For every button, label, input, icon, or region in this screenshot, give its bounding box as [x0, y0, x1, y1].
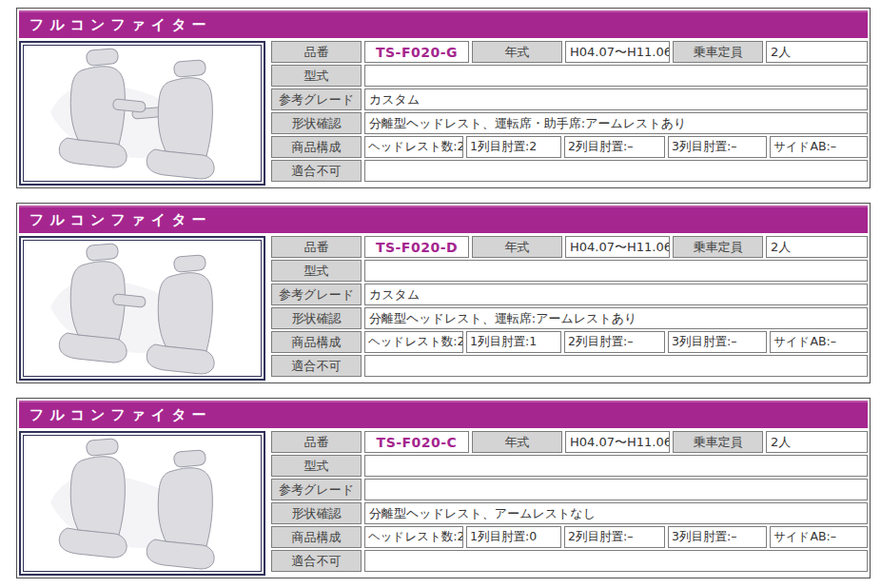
model-label: 型式 [271, 455, 362, 477]
table-row: 参考グレード カスタム [271, 284, 868, 305]
table-row: 品番 TS-F020-G 年式 H04.07〜H11.06 乗車定員 2人 [271, 41, 868, 63]
product-image-frame [19, 431, 265, 576]
grade-label: 参考グレード [271, 88, 362, 110]
table-row: 適合不可 [271, 355, 868, 377]
table-row: 型式 [271, 455, 868, 477]
composition-label: 商品構成 [271, 136, 362, 158]
headrest-count: ヘッドレスト数:2 [364, 331, 463, 353]
table-row: 型式 [271, 65, 868, 87]
section-title: フルコンファイター [19, 10, 868, 38]
capacity-label: 乗車定員 [673, 431, 763, 453]
row3-armrest: 3列目肘置:– [668, 526, 767, 548]
seat-illustration [23, 435, 262, 572]
part-number-value: TS-F020-C [364, 431, 469, 453]
spec-table: 品番 TS-F020-C 年式 H04.07〜H11.06 乗車定員 2人 型式… [271, 431, 868, 572]
row1-armrest: 1列目肘置:2 [466, 136, 561, 158]
row2-armrest: 2列目肘置:– [564, 331, 665, 353]
year-label: 年式 [472, 41, 562, 63]
row1-armrest: 1列目肘置:0 [466, 526, 561, 548]
part-number-label: 品番 [271, 236, 362, 258]
seat-illustration-svg [24, 436, 261, 571]
product-image-frame [19, 41, 265, 186]
shape-value: 分離型ヘッドレスト、アームレストなし [364, 502, 868, 524]
table-row: 商品構成 ヘッドレスト数:2 1列目肘置:0 2列目肘置:– 3列目肘置:– サ… [271, 526, 868, 548]
part-number-value: TS-F020-D [364, 236, 469, 258]
incompatible-value [364, 160, 868, 182]
section-title: フルコンファイター [19, 206, 868, 233]
year-value: H04.07〜H11.06 [565, 431, 670, 453]
year-value: H04.07〜H11.06 [565, 236, 670, 258]
row3-armrest: 3列目肘置:– [668, 136, 767, 158]
section-title: フルコンファイター [19, 401, 868, 428]
part-number-value: TS-F020-G [364, 41, 469, 63]
headrest-count: ヘッドレスト数:2 [364, 526, 463, 548]
product-section: フルコンファイター [16, 203, 871, 383]
capacity-value: 2人 [766, 236, 868, 258]
incompatible-label: 適合不可 [271, 355, 362, 377]
capacity-label: 乗車定員 [673, 236, 763, 258]
seat-illustration [23, 45, 262, 182]
table-row: 適合不可 [271, 550, 868, 572]
year-label: 年式 [472, 431, 562, 453]
row2-armrest: 2列目肘置:– [564, 136, 665, 158]
capacity-value: 2人 [766, 41, 868, 63]
row2-armrest: 2列目肘置:– [564, 526, 665, 548]
product-section: フルコンファイター [16, 398, 871, 578]
grade-value: カスタム [364, 284, 868, 305]
part-number-label: 品番 [271, 431, 362, 453]
incompatible-value [364, 355, 868, 377]
seat-illustration-svg [24, 46, 261, 181]
table-row: 品番 TS-F020-D 年式 H04.07〜H11.06 乗車定員 2人 [271, 236, 868, 258]
table-row: 適合不可 [271, 160, 868, 182]
row1-armrest: 1列目肘置:1 [466, 331, 561, 353]
shape-label: 形状確認 [271, 502, 362, 524]
model-label: 型式 [271, 260, 362, 282]
table-row: 参考グレード [271, 479, 868, 500]
capacity-value: 2人 [766, 431, 868, 453]
model-value [364, 65, 868, 87]
product-spec-page: フルコンファイター [0, 0, 881, 588]
incompatible-value [364, 550, 868, 572]
side-airbag: サイドAB:– [770, 526, 868, 548]
year-value: H04.07〜H11.06 [565, 41, 670, 63]
capacity-label: 乗車定員 [673, 41, 763, 63]
table-row: 形状確認 分離型ヘッドレスト、運転席:アームレストあり [271, 307, 868, 329]
grade-label: 参考グレード [271, 284, 362, 305]
shape-label: 形状確認 [271, 307, 362, 329]
shape-label: 形状確認 [271, 112, 362, 134]
shape-value: 分離型ヘッドレスト、運転席:アームレストあり [364, 307, 868, 329]
composition-label: 商品構成 [271, 526, 362, 548]
spec-table: 品番 TS-F020-D 年式 H04.07〜H11.06 乗車定員 2人 型式… [271, 236, 868, 377]
table-row: 型式 [271, 260, 868, 282]
seat-illustration [23, 240, 262, 377]
composition-label: 商品構成 [271, 331, 362, 353]
table-row: 品番 TS-F020-C 年式 H04.07〜H11.06 乗車定員 2人 [271, 431, 868, 453]
side-airbag: サイドAB:– [770, 136, 868, 158]
table-row: 参考グレード カスタム [271, 88, 868, 110]
grade-value: カスタム [364, 88, 868, 110]
product-image-frame [19, 236, 265, 381]
model-value [364, 455, 868, 477]
grade-value [364, 479, 868, 500]
spec-table: 品番 TS-F020-G 年式 H04.07〜H11.06 乗車定員 2人 型式… [271, 41, 868, 182]
row3-armrest: 3列目肘置:– [668, 331, 767, 353]
side-airbag: サイドAB:– [770, 331, 868, 353]
grade-label: 参考グレード [271, 479, 362, 500]
year-label: 年式 [472, 236, 562, 258]
incompatible-label: 適合不可 [271, 160, 362, 182]
part-number-label: 品番 [271, 41, 362, 63]
product-section: フルコンファイター [16, 8, 871, 188]
table-row: 商品構成 ヘッドレスト数:2 1列目肘置:1 2列目肘置:– 3列目肘置:– サ… [271, 331, 868, 353]
headrest-count: ヘッドレスト数:2 [364, 136, 463, 158]
seat-illustration-svg [24, 241, 261, 376]
table-row: 商品構成 ヘッドレスト数:2 1列目肘置:2 2列目肘置:– 3列目肘置:– サ… [271, 136, 868, 158]
table-row: 形状確認 分離型ヘッドレスト、アームレストなし [271, 502, 868, 524]
model-value [364, 260, 868, 282]
shape-value: 分離型ヘッドレスト、運転席・助手席:アームレストあり [364, 112, 868, 134]
table-row: 形状確認 分離型ヘッドレスト、運転席・助手席:アームレストあり [271, 112, 868, 134]
incompatible-label: 適合不可 [271, 550, 362, 572]
model-label: 型式 [271, 65, 362, 87]
